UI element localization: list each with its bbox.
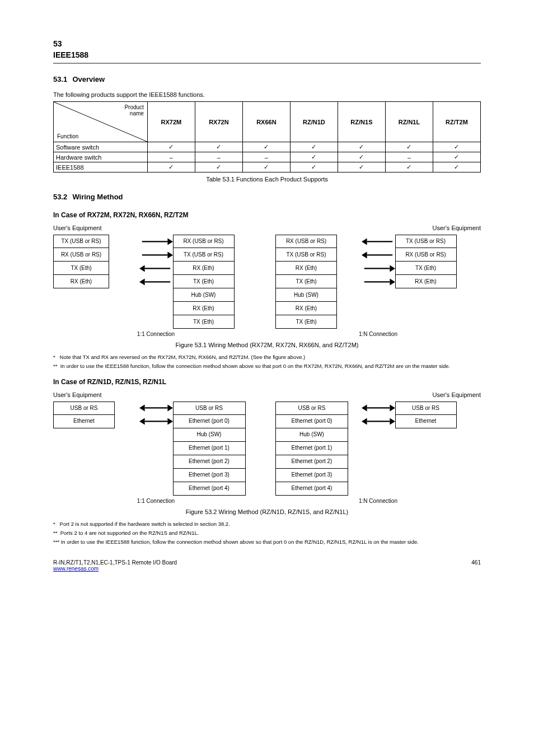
diagram-rz-1toN: User's Equipment USB or RS Ethernet (por… bbox=[275, 391, 481, 505]
subheading-rx: In Case of RX72M, RX72N, RX66N, RZ/T2M bbox=[53, 211, 481, 219]
pin-box: TX (USB or RS) bbox=[53, 235, 109, 248]
pin-box: USB or RS bbox=[173, 402, 246, 415]
figure-caption-1: Figure 53.1 Wiring Method (RX72M, RX72N,… bbox=[53, 342, 481, 348]
row-label: Software switch bbox=[54, 142, 148, 152]
pin-box: Hub (SW) bbox=[173, 428, 246, 442]
arrow-both-icon bbox=[139, 415, 173, 428]
col-header: RZ/N1D bbox=[290, 102, 338, 142]
arrow-left-icon bbox=[139, 262, 173, 275]
page-number: 461 bbox=[471, 559, 481, 572]
svg-marker-21 bbox=[139, 418, 145, 425]
pin-box: USB or RS bbox=[275, 402, 348, 415]
pin-box: USB or RS bbox=[53, 402, 115, 415]
pin-box: TX (Eth) bbox=[275, 275, 337, 288]
subheading-rz: In Case of RZ/N1D, RZ/N1S, RZ/N1L bbox=[53, 378, 481, 386]
pin-box: RX (USB or RS) bbox=[275, 235, 337, 248]
table-row: IEEE1588 ✓ ✓ ✓ ✓ ✓ ✓ ✓ bbox=[54, 162, 481, 172]
pin-box: Ethernet (port 1) bbox=[173, 442, 246, 455]
arrow-both-icon bbox=[139, 402, 173, 415]
cell: ✓ bbox=[433, 152, 480, 162]
equipment-label-right: User's Equipment bbox=[275, 391, 481, 398]
pin-box: TX (Eth) bbox=[173, 315, 235, 329]
cell: ✓ bbox=[242, 142, 290, 152]
divider bbox=[53, 63, 481, 64]
svg-marker-12 bbox=[362, 251, 367, 258]
equipment-label-left: User's Equipment bbox=[53, 391, 259, 398]
arrow-left-icon bbox=[362, 235, 395, 248]
subsection-title: Wiring Method bbox=[72, 193, 123, 201]
cell: ✓ bbox=[338, 142, 385, 152]
diag-top-label: Product name bbox=[124, 104, 143, 116]
intro-text: The following products support the IEEE1… bbox=[53, 91, 481, 98]
svg-marker-10 bbox=[362, 238, 367, 245]
table-row: Hardware switch – – – ✓ ✓ – ✓ bbox=[54, 152, 481, 162]
svg-marker-24 bbox=[362, 405, 367, 412]
arrow-right-icon bbox=[139, 248, 173, 262]
cell: – bbox=[242, 152, 290, 162]
diagram-row-rx: User's Equipment TX (USB or RS) RX (USB … bbox=[53, 225, 481, 338]
pin-box: TX (Eth) bbox=[275, 315, 337, 329]
sub-caption: 1:1 Connection bbox=[53, 498, 259, 504]
sub-caption: 1:1 Connection bbox=[53, 331, 259, 337]
diagram-rx-1toN: User's Equipment RX (USB or RS) TX (USB … bbox=[275, 225, 481, 338]
svg-marker-27 bbox=[362, 418, 367, 425]
pin-box: Ethernet (port 3) bbox=[275, 469, 348, 482]
cell: ✓ bbox=[338, 152, 385, 162]
cell: ✓ bbox=[195, 142, 242, 152]
pin-box: TX (Eth) bbox=[173, 275, 235, 288]
pin-box: RX (USB or RS) bbox=[53, 248, 109, 262]
arrow-right-icon bbox=[362, 262, 395, 275]
svg-marker-2 bbox=[167, 238, 173, 245]
col-header: RX66N bbox=[242, 102, 290, 142]
note-rz-1: * Port 2 is not supported if the hardwar… bbox=[53, 521, 481, 528]
table-diagonal-header: Product name Function bbox=[54, 102, 148, 142]
pin-box: TX (USB or RS) bbox=[395, 235, 457, 248]
cell: ✓ bbox=[290, 162, 338, 172]
section-heading: 53 IEEE1588 bbox=[53, 39, 481, 64]
arrow-left-icon bbox=[362, 248, 395, 262]
cell: ✓ bbox=[290, 152, 338, 162]
cell: – bbox=[147, 152, 195, 162]
pin-box: Ethernet (port 3) bbox=[173, 469, 246, 482]
pin-box: Ethernet (port 2) bbox=[275, 455, 348, 469]
pin-box: RX (Eth) bbox=[53, 275, 109, 288]
sub-caption: 1:N Connection bbox=[275, 331, 481, 337]
svg-marker-25 bbox=[390, 405, 395, 412]
svg-marker-28 bbox=[390, 418, 395, 425]
footer-doc-name: R-IN,RZ/T1,T2,N1,EC-1,TPS-1 Remote I/O B… bbox=[53, 559, 177, 566]
cell: ✓ bbox=[147, 142, 195, 152]
arrow-both-icon bbox=[362, 415, 395, 428]
sub-caption: 1:N Connection bbox=[275, 498, 481, 504]
cell: ✓ bbox=[338, 162, 385, 172]
cell: – bbox=[385, 152, 433, 162]
col-header: RX72M bbox=[147, 102, 195, 142]
svg-marker-22 bbox=[167, 418, 173, 425]
arrow-right-icon bbox=[362, 275, 395, 288]
table-row: Software switch ✓ ✓ ✓ ✓ ✓ ✓ ✓ bbox=[54, 142, 481, 152]
subsection-title: Overview bbox=[72, 75, 105, 83]
pin-box: Hub (SW) bbox=[173, 288, 235, 302]
equipment-label-left: User's Equipment bbox=[53, 225, 259, 231]
footer-link[interactable]: www.renesas.com bbox=[53, 566, 99, 572]
diagram-rx-1to1: User's Equipment TX (USB or RS) RX (USB … bbox=[53, 225, 259, 338]
pin-box: Ethernet (port 0) bbox=[173, 415, 246, 428]
subsection-number: 53.2 bbox=[53, 193, 67, 201]
col-header: RZ/N1S bbox=[338, 102, 385, 142]
diag-bottom-label: Function bbox=[57, 133, 78, 139]
pin-box: Ethernet (port 4) bbox=[275, 482, 348, 496]
col-header: RX72N bbox=[195, 102, 242, 142]
support-table: Product name Function RX72M RX72N RX66N … bbox=[53, 101, 481, 172]
arrow-both-icon bbox=[362, 402, 395, 415]
cell: ✓ bbox=[385, 142, 433, 152]
cell: – bbox=[195, 152, 242, 162]
pin-box: RX (USB or RS) bbox=[173, 235, 235, 248]
arrow-left-icon bbox=[139, 275, 173, 288]
note-rz-3: *** In order to use the IEEE1588 functio… bbox=[53, 539, 481, 545]
diagram-row-rz: User's Equipment USB or RS Ethernet USB … bbox=[53, 391, 481, 505]
note-1: * Note that TX and RX are reversed on th… bbox=[53, 354, 481, 361]
note-2: ** In order to use the IEEE1588 function… bbox=[53, 363, 481, 370]
pin-box: Ethernet (port 0) bbox=[275, 415, 348, 428]
svg-marker-14 bbox=[390, 265, 395, 272]
pin-box: TX (Eth) bbox=[53, 262, 109, 275]
figure-caption-2: Figure 53.2 Wiring Method (RZ/N1D, RZ/N1… bbox=[53, 508, 481, 515]
